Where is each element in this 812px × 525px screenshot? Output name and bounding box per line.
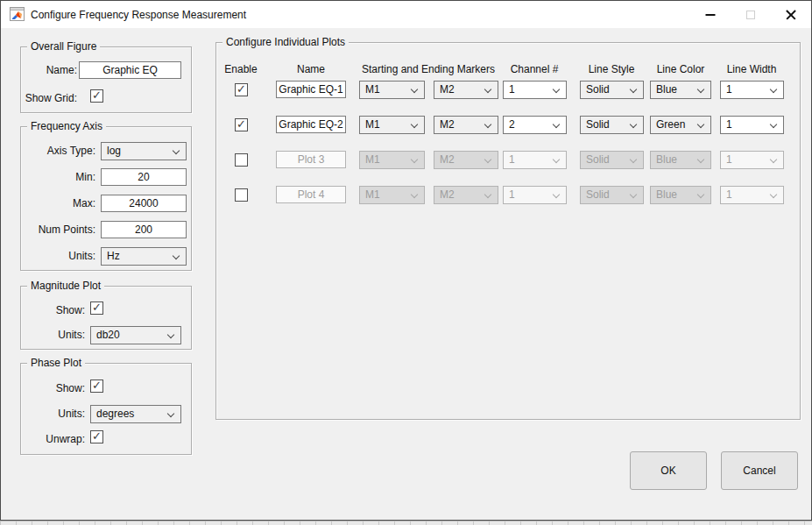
figure-name-label: Name: [23,64,77,77]
end-marker-select[interactable]: M2 [434,151,498,169]
chevron-down-icon [484,191,491,198]
plot-name-field[interactable]: Graphic EQ-2 [276,116,346,133]
end-marker-select[interactable]: M2 [434,116,498,134]
ok-button[interactable]: OK [630,451,707,490]
end-marker-select[interactable]: M2 [434,186,498,204]
chevron-down-icon [167,331,174,338]
channel-select[interactable]: 1 [503,81,567,99]
start-marker-select[interactable]: M1 [359,81,425,99]
magnitude-plot-group: Magnitude Plot Show: ✓ Units: db20 [20,286,192,350]
plot-name-field[interactable]: Plot 3 [276,151,346,168]
enable-column-header: Enable [224,63,257,75]
line-style-select[interactable]: Solid [580,151,644,169]
line-style-value: Solid [586,152,610,168]
line-width-select[interactable]: 1 [720,151,784,169]
plot-row: ✓ Plot 4 M1 M2 1 Solid Blue 1 [216,186,800,204]
magnitude-units-value: db20 [96,327,120,344]
line-style-value: Solid [586,187,610,203]
chevron-down-icon [770,86,777,93]
line-color-select[interactable]: Green [650,116,711,134]
minimize-button[interactable] [690,1,731,28]
magnitude-units-select[interactable]: db20 [90,326,181,344]
check-icon: ✓ [237,82,246,96]
magnitude-show-checkbox[interactable]: ✓ [90,302,103,315]
line-color-value: Blue [656,152,677,168]
line-color-select[interactable]: Blue [650,151,711,169]
end-marker-select[interactable]: M2 [434,81,498,99]
markers-column-header: Starting and Ending Markers [362,63,495,75]
close-icon [786,10,796,20]
start-marker-select[interactable]: M1 [359,186,425,204]
line-width-value: 1 [726,187,732,203]
freq-min-field[interactable]: 20 [101,168,187,186]
plot-enable-checkbox[interactable]: ✓ [235,118,248,131]
matlab-logo-icon [12,11,22,19]
maximize-icon [746,11,755,19]
frequency-axis-group-title: Frequency Axis [27,120,106,132]
plot-name-field[interactable]: Plot 4 [276,186,346,203]
start-marker-select[interactable]: M1 [359,116,425,134]
chevron-down-icon [411,156,418,163]
num-points-field[interactable]: 200 [101,221,187,238]
channel-select[interactable]: 2 [503,116,567,134]
individual-plots-group: Configure Individual Plots Enable Name S… [215,42,801,420]
titlebar[interactable]: Configure Frequency Response Measurement [1,1,811,28]
matlab-figure-icon [10,7,25,21]
line-width-select[interactable]: 1 [720,81,784,99]
plot-name-field[interactable]: Graphic EQ-1 [276,81,346,98]
chevron-down-icon [770,191,777,198]
line-color-column-header: Line Color [657,63,705,75]
minimize-icon [706,14,716,16]
show-grid-label: Show Grid: [23,92,77,105]
axis-type-select[interactable]: log [101,142,187,160]
phase-units-select[interactable]: degrees [90,405,181,423]
plot-row: ✓ Graphic EQ-1 M1 M2 1 Solid Blue 1 [216,81,800,99]
line-width-select[interactable]: 1 [720,186,784,204]
line-color-value: Blue [656,82,677,98]
plot-row: ✓ Plot 3 M1 M2 1 Solid Blue 1 [216,151,800,169]
figure-name-field[interactable]: Graphic EQ [79,61,181,79]
chevron-down-icon [411,86,418,93]
channel-value: 1 [509,82,515,98]
close-button[interactable] [771,1,811,28]
line-width-select[interactable]: 1 [720,116,784,134]
line-width-value: 1 [726,117,732,133]
plot-row: ✓ Graphic EQ-2 M1 M2 2 Solid Green 1 [216,116,800,134]
check-icon: ✓ [92,89,102,102]
line-color-select[interactable]: Blue [650,186,711,204]
start-marker-value: M1 [365,187,380,203]
freq-max-label: Max: [23,197,95,210]
phase-show-checkbox[interactable]: ✓ [90,380,103,393]
chevron-down-icon [553,86,560,93]
plot-enable-checkbox[interactable]: ✓ [235,153,248,167]
line-color-select[interactable]: Blue [650,81,711,99]
plot-name-value: Plot 4 [298,188,325,201]
unwrap-checkbox[interactable]: ✓ [90,430,103,443]
chevron-down-icon [630,156,637,163]
maximize-button [731,1,771,28]
freq-max-field[interactable]: 24000 [101,195,187,212]
cancel-button[interactable]: Cancel [721,451,798,490]
check-icon: ✓ [92,301,102,314]
overall-figure-group-title: Overall Figure [27,40,100,53]
check-icon: ✓ [92,429,102,443]
chevron-down-icon [770,156,777,163]
plot-enable-checkbox[interactable]: ✓ [235,83,248,96]
chevron-down-icon [697,156,704,163]
line-style-select[interactable]: Solid [580,186,644,204]
chevron-down-icon [484,86,491,93]
dialog-window: Configure Frequency Response Measurement… [0,0,812,521]
start-marker-value: M1 [365,82,380,98]
plot-enable-checkbox[interactable]: ✓ [235,188,248,202]
freq-units-select[interactable]: Hz [101,247,187,266]
start-marker-select[interactable]: M1 [359,151,425,169]
channel-select[interactable]: 1 [503,186,567,204]
channel-value: 2 [509,117,515,133]
channel-select[interactable]: 1 [503,151,567,169]
overall-figure-group: Overall Figure Name: Graphic EQ Show Gri… [20,46,192,113]
chevron-down-icon [553,191,560,198]
show-grid-checkbox[interactable]: ✓ [90,89,103,103]
line-style-select[interactable]: Solid [580,81,644,99]
chevron-down-icon [630,191,637,198]
line-style-select[interactable]: Solid [580,116,644,134]
